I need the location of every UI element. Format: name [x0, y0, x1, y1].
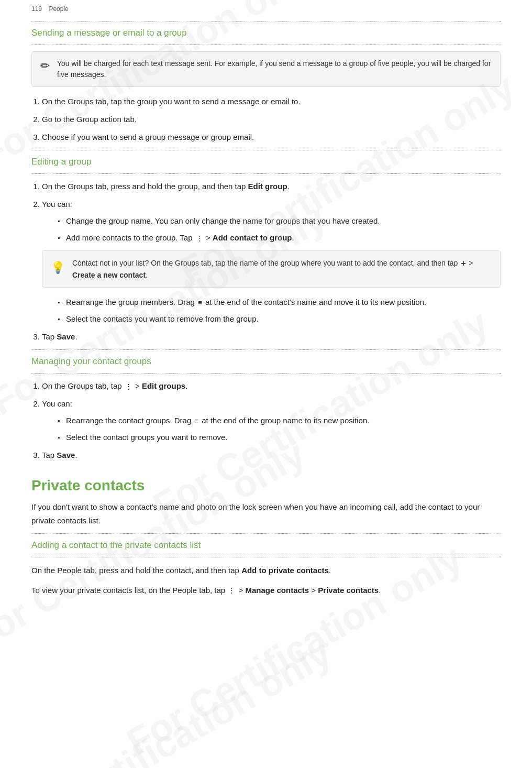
managing-steps-list: On the Groups tab, tap ⋮ > Edit groups. …	[42, 380, 501, 462]
managing-bullet-1: Rearrange the contact groups. Drag ≡ at …	[58, 414, 501, 427]
adding-text-before: On the People tab, press and hold the co…	[31, 566, 241, 575]
editing-bullet-2: Add more contacts to the group. Tap ⋮ > …	[58, 232, 501, 244]
managing-bullet1-text-before: Rearrange the contact groups. Drag	[66, 416, 193, 425]
menu-icon-1: ⋮	[196, 233, 203, 244]
editing-step1-text-after: .	[287, 182, 290, 191]
editing-bullet1-text: Change the group name. You can only chan…	[66, 216, 380, 225]
managing-divider	[31, 373, 501, 374]
adding-divider	[31, 557, 501, 557]
sending-step-1: On the Groups tab, tap the group you wan…	[42, 95, 501, 108]
manage-contacts-bold: Manage contacts	[245, 586, 309, 595]
sending-step-3: Choose if you want to send a group messa…	[42, 131, 501, 144]
editing-step3-text-after: .	[75, 332, 77, 341]
managing-bullet1-text-after: at the end of the group name to its new …	[199, 416, 369, 425]
managing-step3-text-before: Tap	[42, 451, 57, 459]
menu-icon-2: ⋮	[125, 381, 132, 392]
private-contacts-title: Private contacts	[31, 477, 501, 494]
editing-bullet3-text-after: at the end of the contact's name and mov…	[203, 298, 426, 306]
editing-bullet3-text-before: Rearrange the group members. Drag	[66, 298, 197, 306]
editing-top-divider	[31, 150, 501, 150]
page-number: 119	[31, 5, 42, 13]
adding-private-text: On the People tab, press and hold the co…	[31, 564, 501, 577]
editing-bullets-1: Change the group name. You can only chan…	[58, 215, 501, 244]
editing-step2-text: You can:	[42, 200, 72, 209]
view-middle2: >	[309, 586, 318, 595]
top-divider	[31, 21, 501, 21]
menu-icon-3: ⋮	[228, 585, 235, 596]
adding-top-divider	[31, 533, 501, 534]
editing-bullet-3: Rearrange the group members. Drag ≡ at t…	[58, 296, 501, 309]
managing-step2-text: You can:	[42, 399, 72, 408]
editing-tip-text: Contact not in your list? On the Groups …	[72, 257, 492, 281]
page-header: 119 People	[31, 5, 501, 15]
sending-group-title: Sending a message or email to a group	[31, 28, 501, 38]
sending-group-section: Sending a message or email to a group ✏ …	[31, 28, 501, 144]
private-contacts-bold: Private contacts	[318, 586, 379, 595]
managing-groups-title: Managing your contact groups	[31, 356, 501, 367]
managing-bullets: Rearrange the contact groups. Drag ≡ at …	[58, 414, 501, 444]
editing-tip-box: 💡 Contact not in your list? On the Group…	[42, 250, 501, 288]
editing-bullets-2: Rearrange the group members. Drag ≡ at t…	[58, 296, 501, 325]
sending-steps-list: On the Groups tab, tap the group you wan…	[42, 95, 501, 144]
view-middle: >	[236, 586, 245, 595]
managing-step1-bold: Edit groups	[142, 381, 185, 390]
managing-step3-text-after: .	[75, 451, 77, 459]
editing-group-section: Editing a group On the Groups tab, press…	[31, 157, 501, 343]
managing-step1-text-after: .	[185, 381, 187, 390]
editing-bullet2-text-after: .	[292, 233, 294, 242]
editing-bullet-1: Change the group name. You can only chan…	[58, 215, 501, 227]
editing-step-2: You can: Change the group name. You can …	[42, 198, 501, 325]
editing-bullet4-text: Select the contacts you want to remove f…	[66, 314, 259, 323]
managing-bullet-2: Select the contact groups you want to re…	[58, 431, 501, 444]
editing-steps-list: On the Groups tab, press and hold the gr…	[42, 180, 501, 343]
view-text-after: .	[379, 586, 381, 595]
editing-step3-bold: Save	[57, 332, 75, 341]
managing-step1-text-middle: >	[133, 381, 142, 390]
managing-top-divider	[31, 349, 501, 350]
editing-bullet2-bold: Add contact to group	[213, 233, 292, 242]
sending-note-box: ✏ You will be charged for each text mess…	[31, 51, 501, 87]
editing-bullet2-text-before: Add more contacts to the group. Tap	[66, 233, 195, 242]
lightbulb-icon: 💡	[51, 258, 65, 277]
editing-step3-text-before: Tap	[42, 332, 57, 341]
adding-private-title: Adding a contact to the private contacts…	[31, 540, 501, 551]
editing-bullet-4: Select the contacts you want to remove f…	[58, 313, 501, 325]
editing-divider	[31, 173, 501, 174]
editing-step1-text-before: On the Groups tab, press and hold the gr…	[42, 182, 248, 191]
page-container: 119 People Sending a message or email to…	[0, 0, 532, 624]
private-contacts-intro: If you don't want to show a contact's na…	[31, 500, 501, 527]
pencil-icon: ✏	[40, 59, 50, 73]
editing-group-title: Editing a group	[31, 157, 501, 167]
editing-step-3: Tap Save.	[42, 331, 501, 343]
managing-step1-text-before: On the Groups tab, tap	[42, 381, 124, 390]
sending-step-2: Go to the Group action tab.	[42, 113, 501, 126]
managing-step-2: You can: Rearrange the contact groups. D…	[42, 398, 501, 444]
view-private-text: To view your private contacts list, on t…	[31, 584, 501, 597]
sending-note-text: You will be charged for each text messag…	[57, 58, 492, 80]
managing-step-3: Tap Save.	[42, 449, 501, 462]
sending-divider	[31, 45, 501, 45]
drag-icon-2: ≡	[194, 416, 198, 427]
managing-groups-section: Managing your contact groups On the Grou…	[31, 356, 501, 462]
managing-step3-bold: Save	[57, 451, 75, 459]
section-label: People	[49, 5, 68, 13]
editing-step1-bold: Edit group	[248, 182, 287, 191]
add-to-private-bold: Add to private contacts	[241, 566, 329, 575]
drag-icon-1: ≡	[198, 298, 202, 309]
plus-icon-1: +	[461, 257, 465, 270]
create-contact-bold: Create a new contact	[72, 271, 146, 279]
private-contacts-section: Private contacts If you don't want to sh…	[31, 477, 501, 597]
adding-text-after: .	[329, 566, 331, 575]
editing-bullet2-text-middle: >	[204, 233, 213, 242]
managing-step-1: On the Groups tab, tap ⋮ > Edit groups.	[42, 380, 501, 392]
managing-bullet2-text: Select the contact groups you want to re…	[66, 433, 228, 442]
editing-step-1: On the Groups tab, press and hold the gr…	[42, 180, 501, 193]
view-text-before: To view your private contacts list, on t…	[31, 586, 227, 595]
